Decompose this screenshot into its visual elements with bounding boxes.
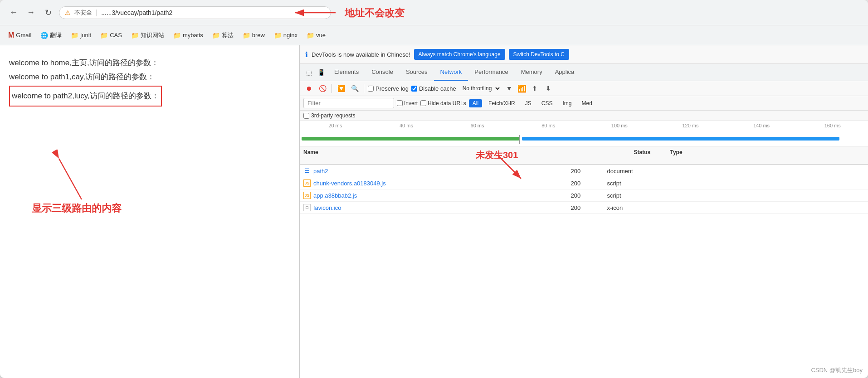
disable-cache-label[interactable]: Disable cache bbox=[411, 85, 456, 92]
record-button[interactable]: ⏺ bbox=[303, 83, 314, 94]
tab-memory[interactable]: Memory bbox=[515, 64, 549, 81]
bookmark-mybatis[interactable]: 📁 mybatis bbox=[170, 30, 207, 41]
js-icon: JS bbox=[303, 179, 311, 187]
devtools-notification: ℹ DevTools is now available in Chinese! … bbox=[300, 45, 868, 64]
forward-button[interactable]: → bbox=[24, 6, 37, 19]
row-type-chunk: script bbox=[607, 180, 865, 187]
tab-console[interactable]: Console bbox=[365, 64, 400, 81]
bookmark-vue-label: vue bbox=[316, 32, 326, 39]
row-type-app: script bbox=[607, 192, 865, 199]
device-icon[interactable]: 📱 bbox=[315, 65, 328, 80]
timeline-label-120: 120 ms bbox=[655, 123, 726, 128]
browser-window: ← → ↻ ⚠ 不安全 | ......3/vuecay/path1/path2… bbox=[0, 0, 868, 378]
third-party-text: 3rd-party requests bbox=[311, 112, 355, 119]
filter-type-css[interactable]: CSS bbox=[538, 99, 556, 107]
content-arrow-svg bbox=[45, 150, 118, 204]
folder-brew-icon: 📁 bbox=[243, 32, 250, 39]
clear-button[interactable]: 🚫 bbox=[317, 83, 328, 94]
toolbar-separator-2 bbox=[364, 84, 364, 93]
favicon-icon: □ bbox=[303, 204, 311, 211]
bookmark-suanfa[interactable]: 📁 算法 bbox=[209, 29, 237, 41]
bookmark-translate[interactable]: 🌐 翻译 bbox=[37, 29, 65, 41]
throttle-dropdown-button[interactable]: ▼ bbox=[504, 83, 515, 94]
row-status-app: 200 bbox=[571, 192, 607, 199]
disable-cache-checkbox[interactable] bbox=[411, 86, 417, 92]
hide-data-urls-label[interactable]: Hide data URLs bbox=[420, 100, 466, 107]
reload-button[interactable]: ↻ bbox=[42, 6, 54, 19]
filter-type-img[interactable]: Img bbox=[559, 99, 575, 107]
wifi-icon: 📶 bbox=[517, 84, 527, 93]
toolbar-separator-1 bbox=[332, 84, 332, 93]
table-row[interactable]: ☰ path2 200 document bbox=[300, 165, 868, 177]
watermark: CSDN @凯先生boy bbox=[811, 366, 863, 374]
upload-button[interactable]: ⬆ bbox=[529, 83, 540, 94]
third-party-row: 3rd-party requests bbox=[300, 111, 868, 121]
preserve-log-label[interactable]: Preserve log bbox=[368, 85, 409, 92]
tab-network[interactable]: Network bbox=[434, 64, 468, 81]
annotation-301-arrow bbox=[494, 154, 530, 181]
network-table: Name 未发生301 bbox=[300, 146, 868, 378]
timeline-label-100: 100 ms bbox=[584, 123, 655, 128]
table-row[interactable]: JS chunk-vendors.a0183049.js 200 script bbox=[300, 177, 868, 189]
network-table-header: Name 未发生301 bbox=[300, 146, 868, 165]
tab-sources[interactable]: Sources bbox=[400, 64, 434, 81]
preserve-log-checkbox[interactable] bbox=[368, 86, 374, 92]
bookmark-suanfa-label: 算法 bbox=[222, 31, 234, 39]
third-party-checkbox[interactable] bbox=[303, 113, 309, 119]
bookmark-zhishi[interactable]: 📁 知识网站 bbox=[127, 29, 168, 41]
timeline-label-40: 40 ms bbox=[371, 123, 442, 128]
match-language-button[interactable]: Always match Chrome's language bbox=[414, 49, 505, 60]
throttle-select[interactable]: No throttling bbox=[459, 84, 501, 93]
content-annotation-area: 显示三级路由的内容 bbox=[45, 150, 118, 206]
page-line-2: welcome to path1,cay,访问的路径的参数： bbox=[9, 70, 290, 84]
filter-type-js[interactable]: JS bbox=[522, 99, 535, 107]
search-button[interactable]: 🔍 bbox=[349, 83, 360, 94]
invert-text: Invert bbox=[404, 100, 418, 107]
page-content: welcome to home,主页,访问的路径的参数： welcome to … bbox=[0, 45, 299, 378]
header-name: Name bbox=[303, 149, 439, 161]
filter-icon-button[interactable]: 🔽 bbox=[336, 83, 346, 94]
folder-zhishi-icon: 📁 bbox=[131, 32, 139, 39]
bookmark-brew[interactable]: 📁 brew bbox=[239, 30, 268, 41]
tab-elements[interactable]: Elements bbox=[328, 64, 365, 81]
header-status: Status bbox=[634, 149, 670, 161]
filter-type-all[interactable]: All bbox=[469, 99, 482, 107]
table-row[interactable]: JS app.a38bbab2.js 200 script bbox=[300, 189, 868, 202]
cursor-icon[interactable]: ⬚ bbox=[303, 65, 315, 80]
timeline-area: 20 ms 40 ms 60 ms 80 ms 100 ms 120 ms 14… bbox=[300, 121, 868, 146]
tab-application[interactable]: Applica bbox=[549, 64, 581, 81]
folder-junit-icon: 📁 bbox=[71, 32, 78, 39]
timeline-bar-blue bbox=[522, 137, 839, 141]
bookmark-gmail[interactable]: M Gmail bbox=[5, 29, 35, 41]
bookmark-nginx[interactable]: 📁 nginx bbox=[270, 30, 301, 41]
bookmarks-bar: M Gmail 🌐 翻译 📁 junit 📁 CAS 📁 知识网站 📁 myba… bbox=[0, 25, 868, 45]
timeline-labels: 20 ms 40 ms 60 ms 80 ms 100 ms 120 ms 14… bbox=[300, 121, 868, 128]
filter-type-media[interactable]: Med bbox=[578, 99, 595, 107]
third-party-checkbox-label[interactable]: 3rd-party requests bbox=[303, 112, 355, 119]
bookmark-vue[interactable]: 📁 vue bbox=[303, 30, 329, 41]
security-warning-icon: ⚠ bbox=[65, 9, 71, 16]
bookmark-junit[interactable]: 📁 junit bbox=[67, 30, 95, 41]
disable-cache-text: Disable cache bbox=[419, 85, 456, 92]
hide-data-urls-text: Hide data URLs bbox=[428, 100, 466, 107]
url-annotation-text: 地址不会改变 bbox=[345, 6, 405, 20]
timeline-label-160: 160 ms bbox=[797, 123, 868, 128]
switch-devtools-button[interactable]: Switch DevTools to C bbox=[509, 49, 569, 60]
page-line-1: welcome to home,主页,访问的路径的参数： bbox=[9, 56, 290, 70]
back-button[interactable]: ← bbox=[7, 6, 20, 19]
row-name-favicon: favicon.ico bbox=[313, 204, 571, 211]
download-button[interactable]: ⬇ bbox=[543, 83, 554, 94]
info-icon: ℹ bbox=[305, 50, 308, 59]
invert-label[interactable]: Invert bbox=[397, 100, 418, 107]
tab-performance[interactable]: Performance bbox=[468, 64, 514, 81]
row-type-path2: document bbox=[607, 168, 865, 174]
folder-suanfa-icon: 📁 bbox=[212, 32, 220, 39]
content-annotation-label: 显示三级路由的内容 bbox=[32, 202, 122, 215]
row-name-app: app.a38bbab2.js bbox=[313, 192, 571, 199]
filter-type-fetch-xhr[interactable]: Fetch/XHR bbox=[485, 99, 519, 107]
bookmark-cas[interactable]: 📁 CAS bbox=[97, 30, 126, 41]
invert-checkbox[interactable] bbox=[397, 100, 403, 106]
filter-input[interactable] bbox=[303, 98, 394, 108]
table-row[interactable]: □ favicon.ico 200 x-icon bbox=[300, 202, 868, 214]
hide-data-urls-checkbox[interactable] bbox=[420, 100, 426, 106]
